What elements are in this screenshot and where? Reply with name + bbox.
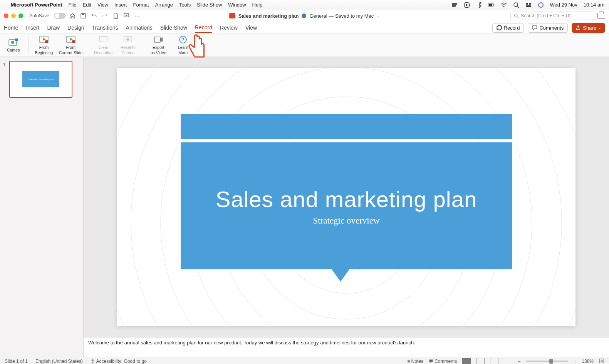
tab-home[interactable]: Home <box>4 23 18 32</box>
play-icon[interactable] <box>464 2 470 8</box>
svg-rect-29 <box>154 37 160 42</box>
zoom-slider[interactable] <box>526 361 568 362</box>
from-current-slide-button[interactable]: FromCurrent Slide <box>59 35 82 55</box>
search-input[interactable]: Search (Cmd + Ctrl + U) <box>510 12 594 20</box>
teams-icon[interactable] <box>451 2 458 8</box>
tab-slideshow[interactable]: Slide Show <box>160 23 187 32</box>
cameo-button[interactable]: Cameo <box>4 38 23 52</box>
slide-thumbnail[interactable]: 1 Sales and marketing plan <box>3 61 80 98</box>
slide-canvas[interactable]: Sales and marketing plan Strategic overv… <box>117 68 575 326</box>
svg-point-1 <box>455 3 457 5</box>
svg-point-6 <box>503 6 504 7</box>
slide-counter[interactable]: Slide 1 of 1 <box>5 359 28 364</box>
fit-to-window-icon[interactable] <box>599 358 604 364</box>
window-zoom-icon[interactable] <box>18 13 23 18</box>
chevron-down-icon[interactable]: ⌄ <box>377 14 380 18</box>
tab-animations[interactable]: Animations <box>126 23 153 32</box>
menubar-date[interactable]: Wed 29 Nov <box>550 2 577 8</box>
autosave-toggle[interactable] <box>54 13 65 19</box>
export-as-video-button[interactable]: Exportas Video <box>149 35 168 55</box>
clear-recording-button: ClearRecording <box>94 35 113 55</box>
window-minimize-icon[interactable] <box>11 13 16 18</box>
present-icon[interactable] <box>122 12 130 20</box>
tab-view[interactable]: View <box>245 23 257 32</box>
tab-transitions[interactable]: Transitions <box>92 23 118 32</box>
zoom-level[interactable]: 138% <box>582 359 594 364</box>
ribbon-body: Cameo FromBeginning FromCurrent Slide Cl… <box>0 33 609 57</box>
language-indicator[interactable]: English (United States) <box>35 359 83 364</box>
record-button[interactable]: Record <box>492 23 524 33</box>
redo-icon[interactable] <box>101 12 109 20</box>
menu-view[interactable]: View <box>97 2 108 8</box>
menu-window[interactable]: Window <box>228 2 246 8</box>
menu-format[interactable]: Format <box>133 2 149 8</box>
svg-rect-9 <box>526 3 528 5</box>
svg-rect-11 <box>526 5 531 7</box>
slide-top-bar-shape[interactable] <box>181 114 512 139</box>
slide-title-box[interactable]: Sales and marketing plan Strategic overv… <box>181 142 512 269</box>
learn-more-button[interactable]: ? LearnMore <box>173 35 193 55</box>
notes-pane[interactable]: Welcome to the annual sales and marketin… <box>84 337 609 357</box>
svg-rect-26 <box>99 37 107 42</box>
accessibility-status[interactable]: Accessibility: Good to go <box>91 359 147 364</box>
zoom-in-icon[interactable]: + <box>574 359 576 364</box>
thumbnail-number: 1 <box>3 61 7 98</box>
slide-thumbnail-panel[interactable]: 1 Sales and marketing plan <box>0 57 84 357</box>
collapse-ribbon-icon[interactable] <box>597 13 605 19</box>
tab-design[interactable]: Design <box>67 23 84 32</box>
slide-subtitle-text[interactable]: Strategic overview <box>313 216 379 226</box>
control-center-icon[interactable] <box>525 2 532 8</box>
notes-toggle[interactable]: ≡ Notes <box>407 359 423 364</box>
spotlight-icon[interactable] <box>513 2 519 8</box>
document-title[interactable]: Sales and marketing plan <box>238 13 299 19</box>
thumbnail-preview: Sales and marketing plan <box>22 71 59 87</box>
wifi-icon[interactable] <box>501 2 507 8</box>
menu-slideshow[interactable]: Slide Show <box>197 2 222 8</box>
mac-menubar: Microsoft PowerPoint File Edit View Inse… <box>0 0 609 10</box>
reset-to-cameo-button: Reset toCameo <box>118 35 138 55</box>
slide-sorter-view-icon[interactable] <box>476 358 485 364</box>
menu-help[interactable]: Help <box>252 2 263 8</box>
svg-point-7 <box>514 3 518 7</box>
reading-view-icon[interactable] <box>490 358 498 364</box>
from-beginning-button[interactable]: FromBeginning <box>34 35 54 55</box>
window-close-icon[interactable] <box>4 13 8 18</box>
svg-rect-15 <box>82 13 84 15</box>
normal-view-icon[interactable] <box>462 358 471 364</box>
menu-file[interactable]: File <box>69 2 77 8</box>
battery-icon[interactable] <box>488 2 495 8</box>
siri-icon[interactable] <box>538 2 544 8</box>
file-icon[interactable] <box>112 12 119 20</box>
tab-draw[interactable]: Draw <box>47 23 60 32</box>
slide-title-text[interactable]: Sales and marketing plan <box>216 186 477 212</box>
svg-rect-4 <box>489 4 492 6</box>
save-icon[interactable] <box>79 12 87 20</box>
undo-icon[interactable] <box>90 12 98 20</box>
svg-rect-5 <box>493 4 494 5</box>
svg-rect-10 <box>529 3 531 5</box>
tab-record[interactable]: Record <box>195 23 212 33</box>
slideshow-view-icon[interactable] <box>504 358 512 364</box>
menu-edit[interactable]: Edit <box>83 2 91 8</box>
record-dot-icon <box>497 25 502 30</box>
home-icon[interactable] <box>69 12 76 20</box>
bluetooth-icon[interactable] <box>476 2 482 8</box>
save-status[interactable]: General — Saved to my Mac <box>309 13 374 19</box>
svg-point-23 <box>45 40 48 43</box>
slide-arrow-shape[interactable] <box>331 268 350 282</box>
tab-insert[interactable]: Insert <box>26 23 39 32</box>
menubar-time[interactable]: 10:14 am <box>584 2 604 8</box>
svg-point-41 <box>92 359 93 361</box>
more-icon[interactable]: ⋯ <box>133 12 141 20</box>
menu-tools[interactable]: Tools <box>179 2 191 8</box>
comments-toggle[interactable]: Comments <box>429 359 457 364</box>
tab-review[interactable]: Review <box>220 23 238 32</box>
share-button[interactable]: Share⌄ <box>572 23 605 33</box>
menu-insert[interactable]: Insert <box>114 2 127 8</box>
svg-point-25 <box>72 40 75 43</box>
menu-arrange[interactable]: Arrange <box>155 2 173 8</box>
comments-button[interactable]: Comments <box>528 23 568 33</box>
app-name[interactable]: Microsoft PowerPoint <box>11 2 62 8</box>
zoom-out-icon[interactable]: − <box>518 359 520 364</box>
powerpoint-file-icon <box>229 13 235 18</box>
